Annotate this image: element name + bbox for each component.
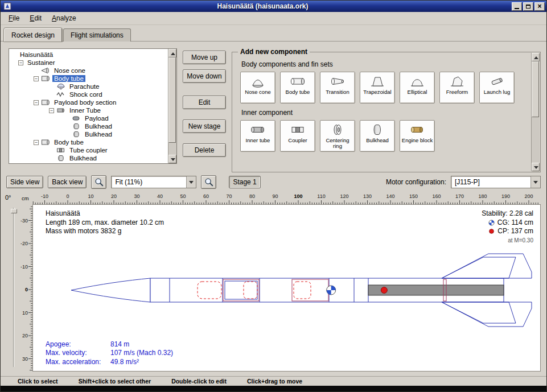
ic-coupler	[290, 123, 306, 137]
zoom-in-button[interactable]	[91, 175, 106, 189]
scroll-down-icon[interactable]	[532, 163, 540, 171]
vertical-ruler: -30-20-100102030	[20, 204, 32, 372]
tree-scrollbar-thumb[interactable]	[168, 57, 176, 143]
tree-item-shock-cord[interactable]: Shock cord	[10, 90, 168, 98]
menu-analyze[interactable]: Analyze	[47, 13, 81, 24]
tab-rocket-design[interactable]: Rocket design	[4, 28, 62, 42]
tree-item-sustainer[interactable]: −Sustainer	[10, 59, 168, 67]
add-component-scrollbar-track[interactable]	[532, 61, 540, 163]
tree-item-bulkhead[interactable]: Bulkhead	[10, 122, 168, 130]
add-transition-button[interactable]: Transition	[320, 72, 355, 104]
rotation-slider[interactable]	[11, 208, 17, 367]
add-component-scrollbar[interactable]	[531, 53, 540, 171]
magnifier-icon	[204, 177, 214, 187]
innertube-icon	[56, 107, 66, 114]
delete-button[interactable]: Delete	[183, 143, 226, 157]
tree-item-label: Parachute	[68, 83, 101, 90]
svg-text:20: 20	[111, 193, 117, 199]
scroll-up-icon[interactable]	[168, 49, 176, 57]
tree-expander-icon[interactable]: −	[49, 108, 54, 113]
scroll-up-icon[interactable]	[532, 53, 540, 61]
tree-item-payload-body-section[interactable]: −Payload body section	[10, 98, 168, 106]
zoom-combobox[interactable]: Fit (11%)	[111, 176, 196, 188]
new-stage-button[interactable]: New stage	[183, 119, 226, 133]
maximize-button[interactable]	[523, 2, 533, 11]
stage-1-button[interactable]: Stage 1	[229, 176, 260, 188]
tree-item-body-tube[interactable]: −Body tube	[10, 75, 168, 82]
tree-scrollbar[interactable]	[168, 49, 176, 163]
tree-item-parachute[interactable]: Parachute	[10, 82, 168, 90]
component-button-label: Inner tube	[246, 138, 270, 143]
tree-item-nose-cone[interactable]: Nose cone	[10, 67, 168, 75]
component-button-label: Bulkhead	[366, 138, 389, 143]
tree-item-haisun-t[interactable]: Haisunäätä	[10, 51, 168, 59]
rotation-slider-handle[interactable]	[11, 209, 17, 213]
add-coupler-button[interactable]: Coupler	[280, 120, 315, 152]
motor-configuration-combobox[interactable]: [J115-P]	[451, 176, 541, 188]
tree-item-tube-coupler[interactable]: Tube coupler	[10, 146, 168, 154]
add-component-scrollbar-thumb[interactable]	[532, 61, 539, 117]
add-body-tube-button[interactable]: Body tube	[280, 72, 315, 104]
add-bulkhead-button[interactable]: Bulkhead	[360, 120, 395, 152]
ic-centering	[330, 123, 346, 137]
add-inner-tube-button[interactable]: Inner tube	[240, 120, 275, 152]
add-centering-ring-button[interactable]: Centering ring	[320, 120, 355, 152]
tree-item-bulkhead[interactable]: Bulkhead	[10, 130, 168, 138]
cp-icon	[488, 228, 495, 234]
nose-cone-outline[interactable]	[71, 278, 150, 302]
edit-button[interactable]: Edit	[183, 96, 226, 109]
menu-file[interactable]: File	[4, 13, 24, 24]
tree-expander-icon[interactable]: −	[34, 140, 39, 145]
zoom-out-button[interactable]	[201, 175, 216, 189]
nosecone-icon	[41, 67, 51, 74]
move-down-button[interactable]: Move down	[183, 69, 226, 83]
tree-item-bulkhead[interactable]: Bulkhead	[10, 154, 168, 162]
add-elliptical-button[interactable]: Elliptical	[400, 72, 435, 104]
rocket-canvas[interactable]: Haisunäätä Length 189 cm, max. diameter …	[32, 204, 541, 372]
rotation-slider-track[interactable]	[13, 208, 14, 367]
tree-expander-icon[interactable]: −	[18, 60, 23, 65]
chevron-down-icon[interactable]	[530, 176, 540, 188]
stability-info: Stability: 2.28 cal CG: 114 cm CP: 137 c…	[482, 209, 533, 245]
tree-item-label: Inner Tube	[68, 107, 102, 114]
ic-engineblock	[409, 123, 425, 137]
tree-scrollbar-track[interactable]	[168, 57, 176, 155]
add-launch-lug-button[interactable]: Launch lug	[479, 72, 515, 104]
close-button[interactable]: ×	[534, 2, 545, 11]
tree-item-inner-tube[interactable]: −Inner Tube	[10, 106, 168, 114]
motor-configuration-value: [J115-P]	[451, 178, 530, 186]
svg-text:140: 140	[386, 193, 394, 199]
tree-item-label: Bulkhead	[68, 155, 98, 162]
side-view-button[interactable]: Side view	[6, 176, 43, 188]
tab-flight-simulations[interactable]: Flight simulations	[63, 28, 131, 42]
tree-expander-icon[interactable]: −	[34, 76, 39, 81]
svg-text:20: 20	[22, 333, 28, 339]
titlebar[interactable]: Haisunäätä (haisunaata.ork) ×	[1, 1, 546, 12]
add-engine-block-button[interactable]: Engine block	[400, 120, 435, 152]
add-trapezoidal-button[interactable]: Trapezoidal	[360, 72, 395, 104]
tree-expander-icon[interactable]: −	[34, 100, 39, 105]
chevron-down-icon[interactable]	[186, 176, 196, 188]
svg-text:150: 150	[409, 193, 418, 199]
cp-value: CP: 137 cm	[497, 227, 533, 236]
tree-item-payload[interactable]: Payload	[10, 114, 168, 122]
menu-edit[interactable]: Edit	[25, 13, 46, 24]
bulkhead-icon	[72, 131, 81, 138]
add-nose-cone-button[interactable]: Nose cone	[240, 72, 275, 104]
move-up-button[interactable]: Move up	[183, 51, 226, 64]
component-button-label: Freeform	[446, 89, 468, 95]
component-tree-panel: Haisunäätä−SustainerNose cone−Body tubeP…	[9, 48, 177, 164]
motor-outline[interactable]	[368, 285, 504, 295]
payload-icon	[72, 115, 81, 122]
svg-text:30: 30	[22, 356, 28, 362]
screen-edge	[1, 386, 546, 391]
window-title: Haisunäätä (haisunaata.ork)	[14, 2, 512, 10]
svg-text:30: 30	[134, 193, 139, 199]
rocket-dimensions: Length 189 cm, max. diameter 10.2 cm	[46, 218, 164, 228]
max-velocity-value: 107 m/s (Mach 0.32)	[110, 349, 173, 358]
tree-item-body-tube[interactable]: −Body tube	[10, 138, 168, 146]
minimize-button[interactable]	[512, 2, 522, 11]
scroll-down-icon[interactable]	[168, 155, 176, 163]
back-view-button[interactable]: Back view	[48, 176, 87, 188]
add-freeform-button[interactable]: Freeform	[439, 72, 475, 104]
